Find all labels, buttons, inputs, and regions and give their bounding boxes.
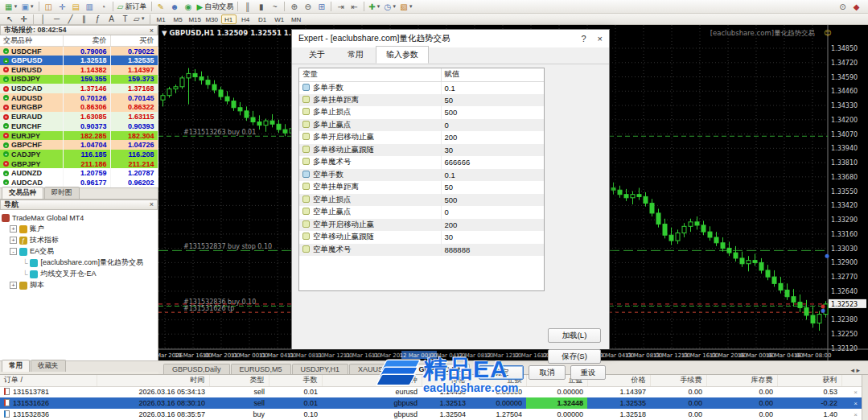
load-button[interactable]: 加载(L) xyxy=(548,328,601,343)
timeframe-m5[interactable]: M5 xyxy=(171,14,186,24)
parameter-row[interactable]: 多单魔术号666666 xyxy=(299,156,545,169)
expand-icon[interactable]: + xyxy=(10,282,17,289)
navigator-root[interactable]: TradeMax Global MT4 xyxy=(2,212,156,224)
param-value[interactable]: 50 xyxy=(441,94,545,107)
strategy-tester-toggle[interactable]: ◔ xyxy=(97,2,109,12)
autotrading-button[interactable]: ▶自动交易 xyxy=(196,2,235,12)
timeframe-mn[interactable]: MN xyxy=(289,14,304,24)
navigator-item[interactable]: +ƒ技术指标 xyxy=(2,235,156,246)
zoom-out-button[interactable]: ⊖ xyxy=(302,2,314,12)
orders-col-1[interactable]: 时间 xyxy=(97,375,209,386)
timeframe-d1[interactable]: D1 xyxy=(255,14,270,24)
label-tool[interactable]: T xyxy=(119,14,131,24)
chart-tab-eurusd-m5[interactable]: EURUSD,M5 xyxy=(231,364,291,374)
orders-col-0[interactable]: 订单 / xyxy=(0,375,97,386)
profiles-button[interactable]: ▣▼ xyxy=(20,2,35,12)
auto-scroll-button[interactable]: ⇥ xyxy=(335,2,347,12)
parameter-row[interactable]: 多单挂单距离50 xyxy=(299,94,545,107)
dialog-help-icon[interactable]: ? xyxy=(581,34,586,43)
collapse-icon[interactable]: - xyxy=(10,248,17,255)
navigator-item[interactable]: -EA交易 xyxy=(2,246,156,257)
orders-col-9[interactable]: 手续费 xyxy=(650,375,706,386)
market-watch-row[interactable]: ▲EURCHF0.903730.90393 xyxy=(0,121,158,131)
orders-col-2[interactable]: 类型 xyxy=(209,375,269,386)
chart-tab-xauusd-m1[interactable]: XAUUSD,M1 xyxy=(349,364,409,374)
param-value[interactable]: 0 xyxy=(441,206,545,219)
param-value[interactable]: 0 xyxy=(441,119,545,132)
close-order-icon[interactable]: × xyxy=(854,411,858,418)
chevron-down-icon[interactable]: ▼ xyxy=(376,2,381,12)
cursor-tool[interactable]: ↖ xyxy=(4,14,16,24)
dialog-tab-常用[interactable]: 常用 xyxy=(337,46,374,64)
chart-tab-usdjpy-h1[interactable]: USDJPY,H1 xyxy=(292,364,348,374)
tab-scroll-left-icon[interactable]: ◂ xyxy=(850,366,854,374)
dialog-titlebar[interactable]: Expert - [eaclubshare.com]量化趋势交易 ? × xyxy=(292,30,609,47)
order-row[interactable]: 1315316262026.03.16 08:30:10sell0.01gbpu… xyxy=(0,397,862,409)
parameter-row[interactable]: 多单止赢点0 xyxy=(299,119,545,132)
param-value[interactable]: 0.1 xyxy=(441,81,545,94)
vline-tool[interactable]: │ xyxy=(37,14,49,24)
mw-col-bid[interactable]: 卖价 xyxy=(63,35,110,47)
market-watch-close-icon[interactable]: × xyxy=(150,27,154,35)
parameter-row[interactable]: 空单止赢点0 xyxy=(299,206,545,219)
parameter-row[interactable]: 空单手数0.1 xyxy=(299,169,545,182)
chart-bars-button[interactable]: ║ xyxy=(241,2,253,12)
market-watch-row[interactable]: ▼EURAUD1.630851.63115 xyxy=(0,112,158,121)
orders-col-4[interactable]: 交易品种 xyxy=(322,375,422,386)
chart-line-button[interactable]: ~ xyxy=(269,2,281,12)
reset-button[interactable]: 重设 xyxy=(570,365,606,380)
market-watch-row[interactable]: ▲USDCHF0.790060.79022 xyxy=(0,47,158,56)
navigator-item[interactable]: └[eaclubshare.com]量化趋势交易 xyxy=(2,257,156,269)
shapes-tool[interactable]: ▱▼ xyxy=(133,14,146,24)
navigator-close-icon[interactable]: × xyxy=(150,200,154,208)
order-row[interactable]: 1315328362026.03.16 08:35:57buy0.10gbpus… xyxy=(0,409,862,420)
chevron-down-icon[interactable]: ▼ xyxy=(13,2,18,12)
zoom-in-button[interactable]: ⊕ xyxy=(288,2,300,12)
chevron-down-icon[interactable]: ▼ xyxy=(30,2,35,12)
market-watch-row[interactable]: ▼USDCAD1.371461.37168 xyxy=(0,84,158,93)
chart-tab-gbpusd-daily[interactable]: GBPUSD,Daily xyxy=(163,364,230,374)
parameter-row[interactable]: 空单开启移动止赢200 xyxy=(299,219,545,232)
mw-tab-交易品种[interactable]: 交易品种 xyxy=(2,187,43,199)
order-row[interactable]: 1315137812026.03.16 05:34:13sell0.01euru… xyxy=(0,386,862,397)
param-col-variable[interactable]: 变量 xyxy=(299,68,441,81)
search-icon[interactable]: ⊙ xyxy=(837,2,849,12)
new-order-button[interactable]: ▱新订单 xyxy=(117,2,148,12)
param-value[interactable]: 888888 xyxy=(441,244,545,257)
chart-candles-button[interactable]: ▮ xyxy=(255,2,267,12)
tile-windows-button[interactable]: ⊞ xyxy=(315,2,327,12)
metaeditor-button[interactable]: ✎ xyxy=(155,2,167,12)
chart-tab-gbpusd-h1[interactable]: GBPUSD,H1 xyxy=(409,364,470,374)
chart-shift-button[interactable]: ⇤ xyxy=(348,2,360,12)
tab-scroll-right-icon[interactable]: ▸ xyxy=(856,366,860,374)
expand-icon[interactable]: + xyxy=(10,225,17,233)
indicators-button[interactable]: ✚▼ xyxy=(368,2,381,12)
fibonacci-tool[interactable]: ƒ xyxy=(92,14,104,24)
market-watch-row[interactable]: ▼EURJPY182.285182.304 xyxy=(0,131,158,141)
nav-tab-收藏夹[interactable]: 收藏夹 xyxy=(31,360,66,372)
chevron-down-icon[interactable]: ▼ xyxy=(141,14,146,24)
terminal-toggle[interactable]: ▥ xyxy=(84,2,96,12)
close-order-icon[interactable]: × xyxy=(854,389,858,396)
parameter-row[interactable]: 多单手数0.1 xyxy=(299,81,545,94)
navigator-item[interactable]: +账户 xyxy=(2,224,156,235)
navigator-toggle[interactable]: ▤ xyxy=(70,2,82,12)
market-watch-row[interactable]: ▼EURGBP0.863060.86322 xyxy=(0,103,158,113)
parameter-row[interactable]: 空单止损点500 xyxy=(299,194,545,207)
market-watch-row[interactable]: ▼GBPJPY211.186211.214 xyxy=(0,159,158,169)
data-window-toggle[interactable]: ✛ xyxy=(56,2,68,12)
periods-button[interactable]: ◷▼ xyxy=(384,2,398,12)
mw-tab-即时图[interactable]: 即时图 xyxy=(44,187,80,199)
mw-col-ask[interactable]: 买价 xyxy=(110,35,158,47)
expand-icon[interactable]: + xyxy=(10,237,17,244)
parameter-row[interactable]: 多单止损点500 xyxy=(299,106,545,119)
market-watch-row[interactable]: ▲CADJPY116.185116.208 xyxy=(0,150,158,159)
param-value[interactable]: 200 xyxy=(441,219,545,232)
chevron-down-icon[interactable]: ▼ xyxy=(409,2,413,12)
dialog-close-icon[interactable]: × xyxy=(598,34,603,43)
text-tool[interactable]: A xyxy=(105,14,117,24)
parameter-row[interactable]: 空单魔术号888888 xyxy=(299,244,545,257)
ok-button[interactable]: 确定 xyxy=(479,365,524,380)
param-value[interactable]: 30 xyxy=(441,231,545,244)
orders-col-5[interactable]: 价格 xyxy=(422,375,470,386)
